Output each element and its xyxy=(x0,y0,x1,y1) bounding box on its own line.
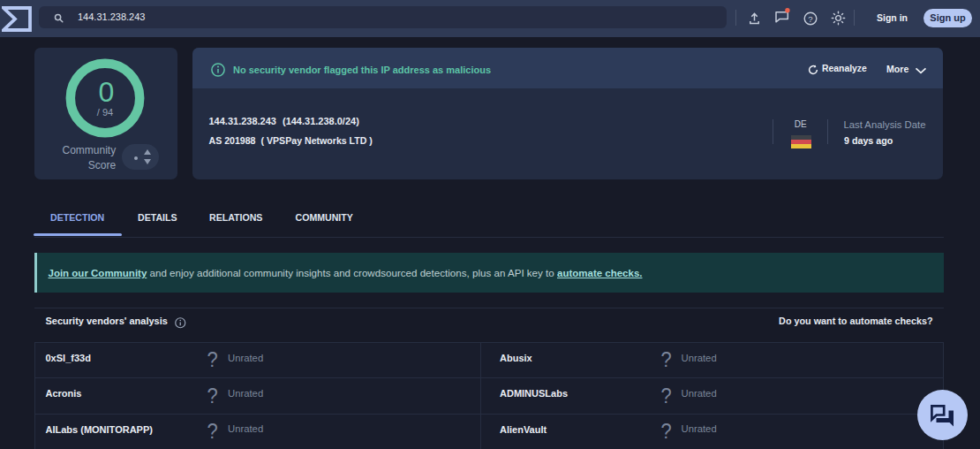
svg-text:?: ? xyxy=(808,13,812,23)
